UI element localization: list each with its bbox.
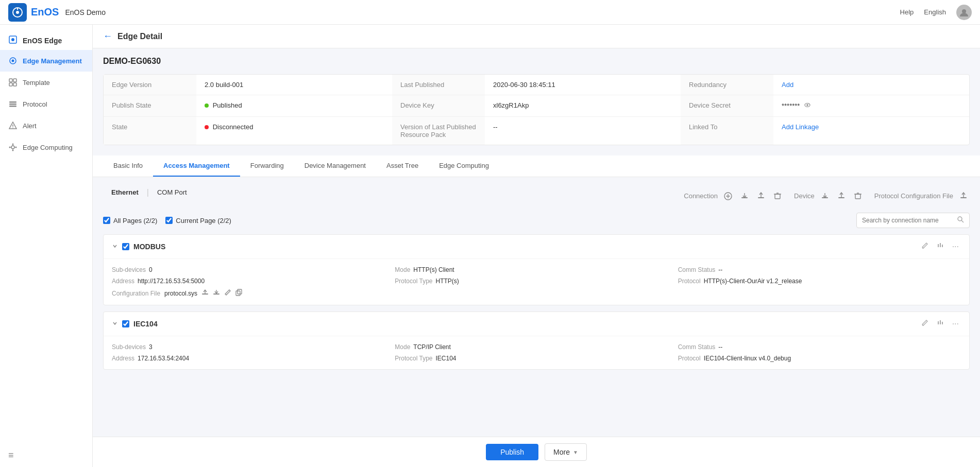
eye-icon[interactable]	[804, 101, 811, 110]
search-input[interactable]	[862, 217, 954, 224]
select-checkboxes: All Pages (2/2) Current Page (2/2)	[103, 217, 231, 224]
publish-state-label: Publish State	[104, 95, 196, 116]
sidebar-toggle[interactable]: ≡	[0, 444, 92, 467]
iec104-edit-icon[interactable]	[919, 318, 931, 330]
modbus-protocol: Protocol HTTP(s)-Client-OurAir v1.2_rele…	[678, 278, 961, 285]
main-content: ← Edge Detail DEMO-EG0630 Edge Version 2…	[93, 25, 980, 467]
search-icon	[957, 216, 964, 225]
modbus-config-download[interactable]	[213, 289, 220, 298]
svg-point-5	[11, 38, 14, 41]
sub-tab-toolbar-row: Ethernet | COM Port Connection	[103, 185, 970, 206]
publish-button[interactable]: Publish	[486, 444, 538, 460]
device-import-icon[interactable]	[819, 190, 831, 202]
modbus-more-icon[interactable]: ···	[950, 241, 961, 252]
device-export-icon[interactable]	[835, 190, 848, 202]
svg-rect-62	[942, 322, 943, 324]
sidebar-item-template[interactable]: Template	[0, 72, 92, 93]
all-pages-input[interactable]	[103, 217, 110, 224]
svg-rect-42	[855, 194, 860, 199]
modbus-subdevices: Sub-devices 0	[112, 266, 395, 273]
language-selector[interactable]: English	[924, 8, 946, 16]
svg-point-20	[9, 147, 11, 148]
modbus-card-body: Sub-devices 0 Mode HTTP(s) Client Comm S…	[104, 259, 969, 305]
publish-state-dot	[205, 103, 209, 108]
modbus-header-left: MODBUS	[112, 243, 165, 251]
protocol-config-export-icon[interactable]	[957, 190, 970, 202]
back-button[interactable]: ←	[103, 31, 112, 42]
iec104-address: Address 172.16.53.54:2404	[112, 355, 395, 362]
modbus-edit-icon[interactable]	[919, 241, 931, 252]
iec104-expand-icon[interactable]	[112, 320, 118, 328]
sidebar-header-label: EnOS Edge	[23, 37, 62, 45]
connection-add-icon[interactable]	[722, 190, 734, 202]
modbus-status-icon[interactable]	[935, 241, 946, 252]
edge-id: DEMO-EG0630	[103, 57, 970, 66]
user-avatar[interactable]	[956, 5, 972, 20]
modbus-expand-icon[interactable]	[112, 243, 118, 251]
last-published-label: Last Published	[392, 75, 485, 95]
current-page-input[interactable]	[165, 217, 173, 224]
iec104-mode: Mode TCP/IP Client	[395, 343, 678, 351]
iec104-protocol-type: Protocol Type IEC104	[395, 355, 678, 362]
current-page-checkbox[interactable]: Current Page (2/2)	[165, 217, 231, 224]
svg-point-3	[962, 9, 966, 13]
modbus-config-upload[interactable]	[201, 289, 209, 298]
device-label: Device	[794, 192, 815, 200]
iec104-checkbox[interactable]	[122, 320, 129, 327]
modbus-config-copy[interactable]	[235, 289, 243, 298]
modbus-comm-status: Comm Status --	[678, 266, 961, 273]
help-button[interactable]: Help	[900, 8, 914, 16]
iec104-actions: ···	[919, 318, 961, 330]
tab-device-management[interactable]: Device Management	[294, 155, 376, 177]
sidebar-item-edge-management[interactable]: Edge Management	[0, 50, 92, 72]
device-delete-icon[interactable]	[852, 190, 864, 202]
info-table: Edge Version 2.0 build-001 Last Publishe…	[103, 74, 970, 145]
page-title: Edge Detail	[117, 32, 162, 41]
device-secret-value: *******	[773, 95, 969, 116]
sidebar-item-protocol[interactable]: Protocol	[0, 93, 92, 115]
tab-forwarding[interactable]: Forwarding	[240, 155, 294, 177]
edge-version-label: Edge Version	[104, 75, 196, 95]
protocol-icon	[8, 99, 18, 109]
svg-line-48	[961, 220, 964, 222]
svg-point-21	[15, 147, 17, 148]
sub-tab-com-port[interactable]: COM Port	[149, 185, 195, 199]
tab-asset-tree[interactable]: Asset Tree	[376, 155, 429, 177]
sidebar-item-edge-computing[interactable]: Edge Computing	[0, 136, 92, 158]
iec104-status-icon[interactable]	[935, 318, 946, 330]
nav-right: Help English	[900, 5, 972, 20]
sidebar-icon-edge	[8, 35, 18, 46]
svg-rect-14	[9, 106, 16, 107]
sidebar-item-alert[interactable]: Alert	[0, 115, 92, 136]
connection-delete-icon[interactable]	[771, 190, 784, 202]
svg-point-1	[16, 11, 19, 14]
iec104-header-left: IEC104	[112, 320, 158, 328]
device-secret-label: Device Secret	[681, 95, 773, 116]
edge-computing-icon	[8, 143, 18, 152]
info-row-2: Publish State Published Device Key xl6zg…	[104, 95, 969, 117]
template-icon	[8, 78, 18, 87]
svg-rect-50	[938, 244, 939, 247]
sub-tab-ethernet[interactable]: Ethernet	[103, 185, 147, 199]
add-linkage-link[interactable]: Add Linkage	[773, 117, 969, 145]
connection-export-icon[interactable]	[755, 190, 767, 202]
more-button[interactable]: More ▼	[545, 443, 587, 461]
redundancy-label: Redundancy	[681, 75, 773, 95]
iec104-more-icon[interactable]: ···	[950, 318, 961, 330]
search-box[interactable]	[856, 213, 970, 228]
modbus-config-edit[interactable]	[224, 289, 231, 298]
device-key-label: Device Key	[392, 95, 485, 116]
modbus-actions: ···	[919, 241, 961, 252]
connection-import-icon[interactable]	[738, 190, 751, 202]
modbus-checkbox[interactable]	[122, 243, 129, 250]
connection-card-modbus: MODBUS ··· Sub-devices	[103, 234, 970, 305]
modbus-config-icons	[201, 289, 243, 298]
tab-basic-info[interactable]: Basic Info	[103, 155, 153, 177]
tab-edge-computing[interactable]: Edge Computing	[429, 155, 499, 177]
all-pages-checkbox[interactable]: All Pages (2/2)	[103, 217, 157, 224]
redundancy-add-link[interactable]: Add	[773, 75, 969, 95]
edge-computing-label: Edge Computing	[23, 144, 73, 151]
logo-icon	[8, 3, 27, 22]
tab-access-management[interactable]: Access Management	[153, 155, 240, 177]
state-dot	[205, 125, 209, 129]
